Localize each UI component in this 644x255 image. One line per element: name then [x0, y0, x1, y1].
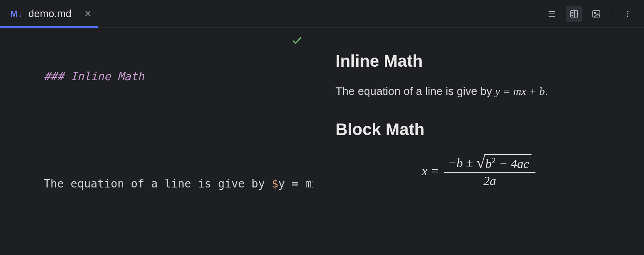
preview-heading: Block Math [336, 120, 622, 139]
toggle-word-wrap-button[interactable] [543, 6, 560, 22]
close-tab-icon[interactable]: ✕ [84, 9, 91, 19]
math-lhs: x = [422, 164, 439, 178]
svg-point-11 [627, 13, 628, 14]
markdown-file-icon: M↓ [10, 9, 23, 19]
math-fraction: −b ± √b2 − 4ac 2a [444, 153, 535, 189]
open-preview-side-button[interactable] [566, 6, 582, 22]
block-math-rendered: x = −b ± √b2 − 4ac 2a [336, 153, 622, 189]
separator [612, 7, 612, 21]
code-line[interactable]: ### Inline Math [44, 68, 313, 85]
code-line[interactable]: The equation of a line is give by $y = m… [44, 175, 313, 193]
code-area[interactable]: ### Inline Math The equation of a line i… [44, 28, 313, 255]
source-editor-pane[interactable]: ### Inline Math The equation of a line i… [0, 28, 313, 255]
code-line[interactable] [44, 121, 313, 139]
math-denominator: 2a [479, 173, 500, 189]
math-numerator: −b ± √b2 − 4ac [444, 153, 535, 172]
editor-actions [543, 6, 636, 22]
math-text: − 4ac [496, 156, 529, 171]
more-actions-button[interactable] [619, 6, 636, 22]
kebab-icon [624, 10, 632, 18]
plain-text: The equation of a line is give by [44, 177, 272, 190]
inline-math-src: y = mx [278, 177, 313, 190]
code-line[interactable] [44, 228, 313, 246]
preview-heading: Inline Math [336, 52, 622, 71]
preview-text: . [545, 85, 548, 97]
svg-point-12 [627, 15, 628, 17]
surd-icon: √ [476, 155, 485, 172]
line-gutter [0, 28, 41, 255]
image-icon [592, 9, 601, 19]
math-text: b [485, 156, 492, 171]
svg-point-9 [594, 12, 596, 14]
preview-paragraph: The equation of a line is give by y = mx… [336, 85, 622, 98]
tab-bar: M↓ demo.md ✕ [0, 0, 644, 28]
svg-rect-8 [593, 11, 600, 17]
heading-marker: ### [44, 70, 64, 83]
insert-image-button[interactable] [588, 6, 605, 22]
math-text: −b ± [448, 156, 476, 170]
math-sup: 2 [492, 156, 496, 165]
split-preview-icon [569, 9, 579, 19]
tab-filename: demo.md [28, 8, 71, 20]
inline-math-rendered: y = mx + b [495, 85, 545, 97]
heading-text: Inline Math [64, 70, 144, 83]
inline-math-delim: $ [272, 177, 278, 190]
preview-text: The equation of a line is give by [336, 85, 495, 97]
svg-point-10 [627, 11, 628, 12]
editor-tab[interactable]: M↓ demo.md ✕ [0, 0, 102, 27]
editor-split: ### Inline Math The equation of a line i… [0, 28, 644, 255]
markdown-preview-pane: Inline Math The equation of a line is gi… [313, 28, 644, 255]
lines-icon [547, 9, 557, 19]
math-sqrt: √b2 − 4ac [476, 154, 531, 171]
